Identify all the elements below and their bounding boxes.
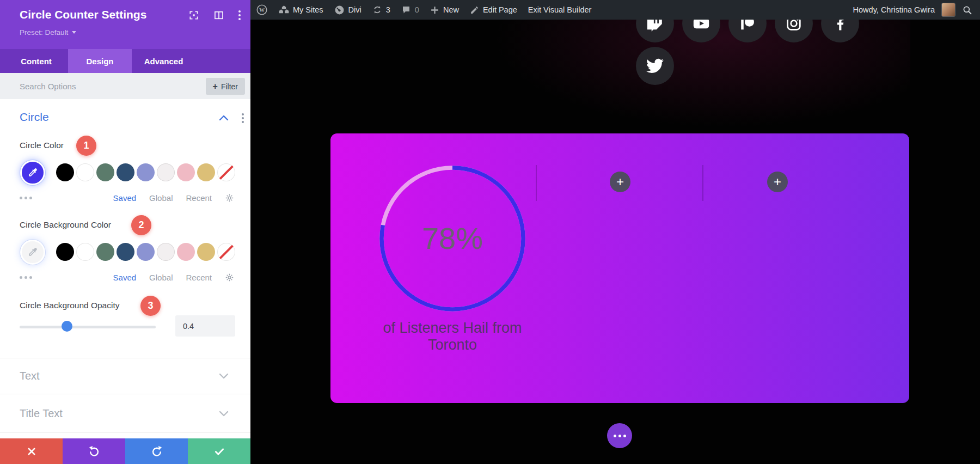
swatch-green[interactable] — [96, 243, 114, 261]
palette-links-row: Saved Global Recent — [20, 193, 234, 203]
discard-button[interactable] — [0, 438, 63, 464]
add-module-button[interactable]: + — [767, 172, 788, 192]
exit-visual-builder-label: Exit Visual Builder — [528, 5, 592, 14]
comments-menu[interactable]: 0 — [401, 5, 419, 15]
updates-menu[interactable]: 3 — [372, 5, 390, 15]
filter-button[interactable]: + Filter — [206, 78, 245, 95]
save-button[interactable] — [188, 438, 250, 464]
panel-action-bar — [0, 438, 250, 464]
step-badge-3: 3 — [140, 296, 161, 316]
swatch-offwhite[interactable] — [157, 243, 175, 261]
divi-gauge-icon — [334, 5, 345, 15]
my-sites-label: My Sites — [293, 5, 323, 14]
swatch-green[interactable] — [96, 163, 114, 181]
chevron-down-icon — [219, 410, 229, 417]
swatch-black[interactable] — [56, 163, 74, 181]
eyedropper-icon — [27, 247, 38, 258]
swatch-navy[interactable] — [117, 243, 134, 261]
pencil-icon — [470, 5, 479, 15]
swatch-white[interactable] — [76, 163, 94, 181]
undo-button[interactable] — [63, 438, 125, 464]
updates-refresh-icon — [372, 5, 382, 15]
section-text[interactable]: Text — [0, 358, 250, 394]
circle-color-current-swatch[interactable] — [20, 160, 45, 185]
preset-dropdown[interactable]: Preset: Default — [20, 28, 76, 36]
circle-color-label: Circle Color — [20, 141, 64, 150]
column-divider — [536, 165, 537, 201]
edit-page-menu[interactable]: Edit Page — [470, 5, 517, 15]
redo-icon — [151, 445, 163, 457]
add-module-button[interactable]: + — [610, 172, 630, 192]
circle-bg-opacity-label: Circle Background Opacity — [20, 301, 120, 310]
panel-header: Circle Counter Settings Preset: Default — [0, 0, 250, 49]
comments-bubble-icon — [401, 5, 411, 15]
gear-icon[interactable] — [225, 273, 234, 282]
swatch-offwhite[interactable] — [157, 163, 175, 181]
opacity-value-input[interactable] — [175, 315, 235, 337]
settings-tabs: Content Design Advanced — [0, 49, 250, 73]
global-palette-link[interactable]: Global — [149, 273, 173, 282]
recent-palette-link[interactable]: Recent — [186, 273, 212, 282]
recent-palette-link[interactable]: Recent — [186, 193, 212, 203]
saved-palette-link[interactable]: Saved — [113, 273, 137, 282]
more-options-icon[interactable] — [20, 276, 32, 279]
circle-section-menu-icon[interactable] — [242, 113, 244, 123]
new-content-menu[interactable]: New — [430, 5, 459, 15]
swatch-no-color[interactable] — [217, 243, 235, 261]
user-avatar[interactable] — [941, 3, 955, 17]
chevron-up-icon[interactable] — [219, 114, 229, 121]
new-label: New — [443, 5, 459, 14]
opacity-slider-thumb[interactable] — [62, 321, 72, 332]
expand-panel-icon[interactable] — [188, 10, 199, 21]
redo-button[interactable] — [125, 438, 188, 464]
undo-icon — [88, 445, 100, 457]
page-settings-more-button[interactable] — [607, 423, 632, 448]
counter-caption: of Listeners Hail from Toronto — [360, 320, 545, 354]
preset-label: Preset: Default — [20, 28, 68, 36]
column-divider — [702, 165, 703, 201]
section-title-text[interactable]: Title Text — [0, 394, 250, 433]
swatch-lavender[interactable] — [137, 163, 155, 181]
howdy-account-menu[interactable]: Howdy, Christina Gwira — [853, 5, 935, 14]
swatch-white[interactable] — [76, 243, 94, 261]
social-twitter-button[interactable] — [636, 47, 674, 85]
circle-bg-color-current-swatch[interactable] — [20, 240, 45, 265]
circle-counter-module-card[interactable]: 78% of Listeners Hail from Toronto + + — [330, 133, 909, 403]
eyedropper-icon — [27, 167, 38, 178]
snap-panel-icon[interactable] — [213, 10, 224, 21]
swatch-gold[interactable] — [197, 163, 215, 181]
counter-percent-value: 78% — [393, 221, 512, 256]
more-options-icon[interactable] — [20, 197, 32, 199]
section-title-text-label: Title Text — [20, 407, 63, 420]
swatch-black[interactable] — [56, 243, 74, 261]
tab-content[interactable]: Content — [4, 49, 68, 73]
twitter-icon — [646, 57, 664, 75]
swatch-lavender[interactable] — [137, 243, 155, 261]
search-options-input[interactable] — [20, 73, 183, 99]
swatch-pink[interactable] — [177, 163, 195, 181]
close-x-icon — [27, 447, 36, 456]
swatch-gold[interactable] — [197, 243, 215, 261]
chevron-down-icon — [219, 373, 229, 380]
my-sites-menu[interactable]: My Sites — [279, 5, 323, 15]
exit-visual-builder-button[interactable]: Exit Visual Builder — [528, 5, 592, 14]
opacity-slider-track[interactable] — [20, 326, 156, 328]
swatch-no-color[interactable] — [217, 163, 235, 181]
circle-section-title[interactable]: Circle — [20, 111, 49, 124]
search-icon[interactable] — [962, 5, 972, 15]
tab-design[interactable]: Design — [68, 49, 132, 73]
swatch-navy[interactable] — [117, 163, 134, 181]
wordpress-logo-icon[interactable]: W — [256, 4, 268, 16]
swatch-pink[interactable] — [177, 243, 195, 261]
saved-palette-link[interactable]: Saved — [113, 193, 137, 203]
divi-menu[interactable]: Divi — [334, 5, 362, 15]
tab-advanced[interactable]: Advanced — [132, 49, 195, 73]
panel-menu-icon[interactable] — [238, 10, 241, 20]
checkmark-icon — [214, 446, 225, 457]
gear-icon[interactable] — [225, 193, 234, 203]
caret-down-icon — [72, 31, 76, 34]
divi-visual-builder: W My Sites Divi 3 0 New — [0, 0, 980, 464]
global-palette-link[interactable]: Global — [149, 193, 173, 203]
edit-page-label: Edit Page — [483, 5, 517, 14]
filter-plus-icon: + — [213, 82, 218, 91]
